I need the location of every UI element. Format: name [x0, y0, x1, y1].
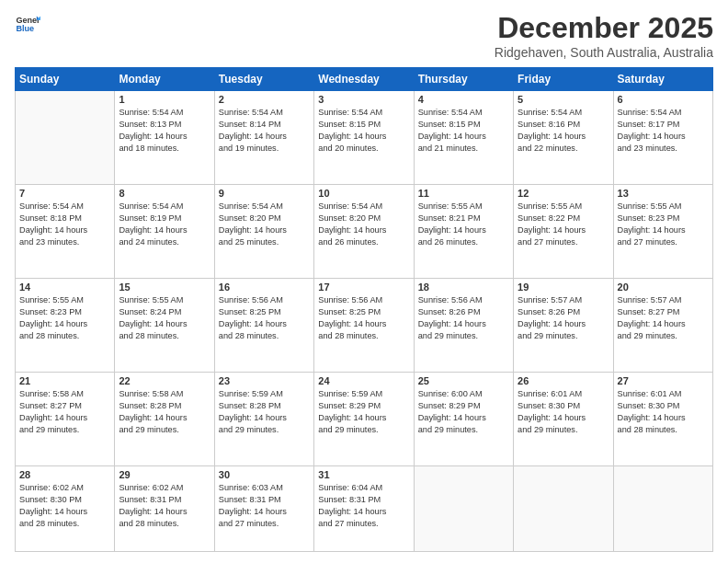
- header-row: Sunday Monday Tuesday Wednesday Thursday…: [16, 68, 713, 91]
- day-number: 14: [19, 282, 110, 293]
- cell-5-1: 28Sunrise: 6:02 AMSunset: 8:30 PMDayligh…: [16, 466, 115, 552]
- day-number: 18: [418, 282, 509, 293]
- cell-3-3: 16Sunrise: 5:56 AMSunset: 8:25 PMDayligh…: [214, 279, 313, 373]
- cell-1-6: 5Sunrise: 5:54 AMSunset: 8:16 PMDaylight…: [514, 91, 613, 185]
- cell-details: Sunrise: 5:54 AMSunset: 8:18 PMDaylight:…: [19, 201, 110, 248]
- cell-4-1: 21Sunrise: 5:58 AMSunset: 8:27 PMDayligh…: [16, 373, 115, 466]
- cell-details: Sunrise: 5:55 AMSunset: 8:24 PMDaylight:…: [119, 294, 210, 342]
- cell-details: Sunrise: 5:54 AMSunset: 8:15 PMDaylight:…: [318, 107, 409, 155]
- cell-1-2: 1Sunrise: 5:54 AMSunset: 8:13 PMDaylight…: [115, 91, 214, 185]
- day-number: 12: [518, 188, 609, 199]
- month-year-title: December 2025: [495, 11, 713, 45]
- week-row-4: 21Sunrise: 5:58 AMSunset: 8:27 PMDayligh…: [16, 373, 713, 466]
- day-number: 30: [219, 469, 310, 480]
- cell-4-5: 25Sunrise: 6:00 AMSunset: 8:29 PMDayligh…: [414, 373, 513, 466]
- day-number: 31: [318, 469, 409, 480]
- cell-3-5: 18Sunrise: 5:56 AMSunset: 8:26 PMDayligh…: [414, 279, 513, 373]
- cell-4-4: 24Sunrise: 5:59 AMSunset: 8:29 PMDayligh…: [314, 373, 414, 466]
- day-number: 29: [119, 469, 210, 480]
- cell-2-6: 12Sunrise: 5:55 AMSunset: 8:22 PMDayligh…: [514, 185, 613, 279]
- cell-3-1: 14Sunrise: 5:55 AMSunset: 8:23 PMDayligh…: [16, 279, 115, 373]
- cell-1-5: 4Sunrise: 5:54 AMSunset: 8:15 PMDaylight…: [414, 91, 513, 185]
- cell-3-7: 20Sunrise: 5:57 AMSunset: 8:27 PMDayligh…: [613, 279, 712, 373]
- cell-details: Sunrise: 5:55 AMSunset: 8:21 PMDaylight:…: [418, 201, 509, 248]
- col-friday: Friday: [514, 68, 613, 91]
- cell-3-2: 15Sunrise: 5:55 AMSunset: 8:24 PMDayligh…: [115, 279, 214, 373]
- cell-details: Sunrise: 5:54 AMSunset: 8:20 PMDaylight:…: [318, 201, 409, 248]
- day-number: 19: [518, 282, 609, 293]
- week-row-2: 7Sunrise: 5:54 AMSunset: 8:18 PMDaylight…: [16, 185, 713, 279]
- week-row-5: 28Sunrise: 6:02 AMSunset: 8:30 PMDayligh…: [16, 466, 713, 552]
- cell-3-4: 17Sunrise: 5:56 AMSunset: 8:25 PMDayligh…: [314, 279, 414, 373]
- cell-details: Sunrise: 5:54 AMSunset: 8:15 PMDaylight:…: [418, 107, 509, 155]
- cell-details: Sunrise: 5:55 AMSunset: 8:22 PMDaylight:…: [518, 201, 609, 248]
- col-monday: Monday: [115, 68, 214, 91]
- cell-5-5: [414, 466, 513, 552]
- day-number: 2: [219, 94, 310, 105]
- cell-details: Sunrise: 5:57 AMSunset: 8:26 PMDaylight:…: [518, 294, 609, 342]
- day-number: 16: [219, 282, 310, 293]
- day-number: 3: [318, 94, 409, 105]
- logo: General Blue: [15, 11, 40, 37]
- cell-details: Sunrise: 5:57 AMSunset: 8:27 PMDaylight:…: [618, 294, 709, 342]
- week-row-3: 14Sunrise: 5:55 AMSunset: 8:23 PMDayligh…: [16, 279, 713, 373]
- cell-details: Sunrise: 5:54 AMSunset: 8:20 PMDaylight:…: [219, 201, 310, 248]
- col-thursday: Thursday: [414, 68, 513, 91]
- cell-details: Sunrise: 6:01 AMSunset: 8:30 PMDaylight:…: [618, 388, 709, 436]
- day-number: 8: [119, 188, 210, 199]
- cell-details: Sunrise: 6:01 AMSunset: 8:30 PMDaylight:…: [518, 388, 609, 436]
- cell-4-6: 26Sunrise: 6:01 AMSunset: 8:30 PMDayligh…: [514, 373, 613, 466]
- cell-details: Sunrise: 5:54 AMSunset: 8:13 PMDaylight:…: [119, 107, 210, 155]
- col-saturday: Saturday: [613, 68, 712, 91]
- day-number: 24: [318, 375, 409, 386]
- page: General Blue December 2025 Ridgehaven, S…: [0, 0, 728, 563]
- location-subtitle: Ridgehaven, South Australia, Australia: [495, 45, 713, 60]
- cell-details: Sunrise: 5:59 AMSunset: 8:29 PMDaylight:…: [318, 388, 409, 436]
- cell-details: Sunrise: 5:59 AMSunset: 8:28 PMDaylight:…: [219, 388, 310, 436]
- cell-1-3: 2Sunrise: 5:54 AMSunset: 8:14 PMDaylight…: [214, 91, 313, 185]
- cell-4-2: 22Sunrise: 5:58 AMSunset: 8:28 PMDayligh…: [115, 373, 214, 466]
- cell-details: Sunrise: 5:58 AMSunset: 8:28 PMDaylight:…: [119, 388, 210, 436]
- day-number: 28: [19, 469, 110, 480]
- day-number: 21: [19, 375, 110, 386]
- cell-2-4: 10Sunrise: 5:54 AMSunset: 8:20 PMDayligh…: [314, 185, 414, 279]
- day-number: 20: [618, 282, 709, 293]
- cell-2-1: 7Sunrise: 5:54 AMSunset: 8:18 PMDaylight…: [16, 185, 115, 279]
- title-block: December 2025 Ridgehaven, South Australi…: [495, 11, 713, 60]
- cell-details: Sunrise: 5:55 AMSunset: 8:23 PMDaylight:…: [19, 294, 110, 342]
- cell-details: Sunrise: 5:56 AMSunset: 8:25 PMDaylight:…: [318, 294, 409, 342]
- cell-5-7: [613, 466, 712, 552]
- day-number: 9: [219, 188, 310, 199]
- cell-details: Sunrise: 5:54 AMSunset: 8:14 PMDaylight:…: [219, 107, 310, 155]
- cell-details: Sunrise: 5:54 AMSunset: 8:19 PMDaylight:…: [119, 201, 210, 248]
- cell-details: Sunrise: 6:03 AMSunset: 8:31 PMDaylight:…: [219, 482, 310, 530]
- cell-details: Sunrise: 5:54 AMSunset: 8:16 PMDaylight:…: [518, 107, 609, 155]
- cell-details: Sunrise: 5:55 AMSunset: 8:23 PMDaylight:…: [618, 201, 709, 248]
- day-number: 11: [418, 188, 509, 199]
- cell-details: Sunrise: 5:54 AMSunset: 8:17 PMDaylight:…: [618, 107, 709, 155]
- day-number: 25: [418, 375, 509, 386]
- cell-details: Sunrise: 6:00 AMSunset: 8:29 PMDaylight:…: [418, 388, 509, 436]
- cell-details: Sunrise: 5:56 AMSunset: 8:25 PMDaylight:…: [219, 294, 310, 342]
- cell-1-4: 3Sunrise: 5:54 AMSunset: 8:15 PMDaylight…: [314, 91, 414, 185]
- day-number: 26: [518, 375, 609, 386]
- cell-details: Sunrise: 5:56 AMSunset: 8:26 PMDaylight:…: [418, 294, 509, 342]
- cell-details: Sunrise: 5:58 AMSunset: 8:27 PMDaylight:…: [19, 388, 110, 436]
- cell-4-7: 27Sunrise: 6:01 AMSunset: 8:30 PMDayligh…: [613, 373, 712, 466]
- day-number: 10: [318, 188, 409, 199]
- svg-text:Blue: Blue: [16, 24, 34, 33]
- cell-5-3: 30Sunrise: 6:03 AMSunset: 8:31 PMDayligh…: [214, 466, 313, 552]
- cell-4-3: 23Sunrise: 5:59 AMSunset: 8:28 PMDayligh…: [214, 373, 313, 466]
- col-wednesday: Wednesday: [314, 68, 414, 91]
- cell-details: Sunrise: 6:02 AMSunset: 8:31 PMDaylight:…: [119, 482, 210, 530]
- day-number: 5: [518, 94, 609, 105]
- cell-2-3: 9Sunrise: 5:54 AMSunset: 8:20 PMDaylight…: [214, 185, 313, 279]
- header: General Blue December 2025 Ridgehaven, S…: [15, 11, 713, 60]
- cell-details: Sunrise: 6:04 AMSunset: 8:31 PMDaylight:…: [318, 482, 409, 530]
- logo-icon: General Blue: [15, 11, 40, 37]
- cell-5-2: 29Sunrise: 6:02 AMSunset: 8:31 PMDayligh…: [115, 466, 214, 552]
- day-number: 1: [119, 94, 210, 105]
- cell-2-5: 11Sunrise: 5:55 AMSunset: 8:21 PMDayligh…: [414, 185, 513, 279]
- day-number: 22: [119, 375, 210, 386]
- day-number: 13: [618, 188, 709, 199]
